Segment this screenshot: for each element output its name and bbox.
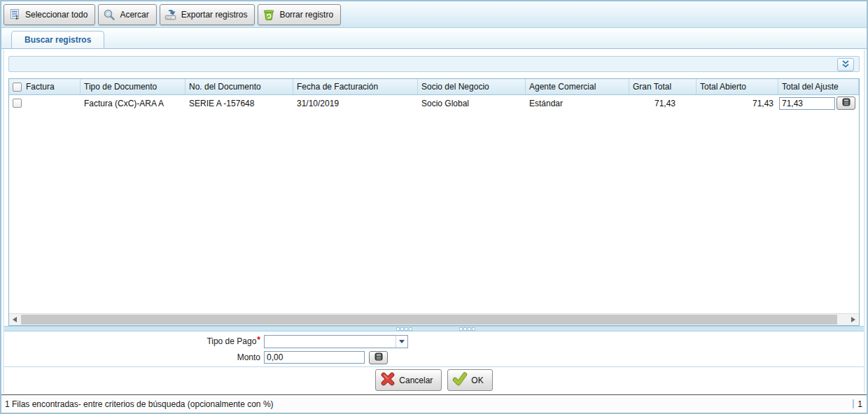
cell-fecha-facturacion: 31/10/2019 xyxy=(293,95,418,111)
chevron-double-down-icon xyxy=(841,59,850,71)
selected-value xyxy=(265,336,396,348)
column-header-label: No. del Documento xyxy=(189,82,261,92)
red-x-icon xyxy=(380,371,396,389)
column-header-socio-negocio[interactable]: Socio del Negocio xyxy=(418,79,526,94)
status-right: 1 xyxy=(853,399,867,409)
tab-label: Buscar registros xyxy=(24,35,91,45)
column-header-label: Total del Ajuste xyxy=(782,82,839,92)
cell-value: Estándar xyxy=(529,99,563,108)
payment-form: Tipo de Pago* Monto xyxy=(4,331,864,393)
dropdown-arrow-icon[interactable] xyxy=(396,336,407,348)
horizontal-splitter[interactable] xyxy=(4,326,864,331)
tab-buscar-registros[interactable]: Buscar registros xyxy=(11,31,104,48)
toolbar: Seleccionar todo Acercar Exportar regi xyxy=(1,1,867,28)
green-check-icon xyxy=(452,371,468,389)
expand-criteria-button[interactable] xyxy=(837,58,854,71)
status-bar: 1 Filas encontradas- entre criterios de … xyxy=(1,394,867,413)
row-select-checkbox[interactable] xyxy=(13,99,22,108)
content-area: Factura Tipo de Documento No. del Docume… xyxy=(3,50,865,393)
calculator-button[interactable] xyxy=(836,97,855,110)
monto-input[interactable] xyxy=(264,351,365,364)
cell-value: 71,43 xyxy=(654,99,676,108)
column-header-gran-total[interactable]: Gran Total xyxy=(629,79,696,94)
column-header-tipo-documento[interactable]: Tipo de Documento xyxy=(80,79,186,94)
export-disk-icon xyxy=(164,8,177,21)
results-grid: Factura Tipo de Documento No. del Docume… xyxy=(8,78,860,326)
scrollbar-thumb[interactable] xyxy=(21,315,837,324)
scroll-right-icon xyxy=(851,317,855,322)
cell-gran-total: 71,43 xyxy=(629,95,696,111)
scroll-right-button[interactable] xyxy=(848,314,859,325)
cancel-button[interactable]: Cancelar xyxy=(375,369,442,391)
search-records-window: Seleccionar todo Acercar Exportar regi xyxy=(0,0,868,414)
monto-calculator-button[interactable] xyxy=(369,351,388,364)
zoom-in-button[interactable]: Acercar xyxy=(98,4,156,25)
cell-total-abierto: 71,43 xyxy=(696,95,778,111)
splitter-grip[interactable] xyxy=(397,328,412,330)
status-message: 1 Filas encontradas- entre criterios de … xyxy=(1,399,853,409)
tipo-de-pago-row: Tipo de Pago* xyxy=(4,334,864,348)
cell-value: 71,43 xyxy=(752,99,774,108)
column-header-label: Fecha de Facturación xyxy=(297,82,378,92)
scroll-left-icon xyxy=(13,317,17,322)
cell-value: 31/10/2019 xyxy=(297,99,339,108)
column-header-total-abierto[interactable]: Total Abierto xyxy=(696,79,778,94)
ok-label: OK xyxy=(471,376,483,385)
column-header-label: Agente Comercial xyxy=(529,82,596,92)
cancel-label: Cancelar xyxy=(399,376,433,385)
magnifier-icon xyxy=(103,8,115,21)
cell-socio-negocio: Socio Global xyxy=(418,95,526,111)
total-ajuste-input[interactable] xyxy=(779,97,835,110)
green-trash-icon xyxy=(262,8,275,21)
column-header-fecha-facturacion[interactable]: Fecha de Facturación xyxy=(293,79,418,94)
select-all-button[interactable]: Seleccionar todo xyxy=(4,4,95,25)
cell-value: SERIE A -157648 xyxy=(189,99,254,108)
cell-total-ajuste xyxy=(778,95,859,111)
status-divider xyxy=(853,399,854,408)
monto-row: Monto xyxy=(4,350,864,364)
cell-agente-comercial: Estándar xyxy=(526,95,629,111)
table-row[interactable]: Factura (CxC)-ARA A SERIE A -157648 31/1… xyxy=(9,95,859,111)
monto-label: Monto xyxy=(4,352,260,362)
export-records-label: Exportar registros xyxy=(181,10,248,20)
horizontal-scrollbar[interactable] xyxy=(9,313,859,325)
cell-value: Factura (CxC)-ARA A xyxy=(84,99,164,108)
grid-header-row: Factura Tipo de Documento No. del Docume… xyxy=(9,79,859,95)
delete-record-label: Borrar registro xyxy=(279,10,333,20)
splitter-grip[interactable] xyxy=(460,328,475,330)
column-header-total-ajuste[interactable]: Total del Ajuste xyxy=(778,79,859,94)
select-all-rows-checkbox[interactable] xyxy=(13,83,22,92)
column-header-label: Tipo de Documento xyxy=(84,82,157,92)
export-records-button[interactable]: Exportar registros xyxy=(160,4,255,25)
column-header-label: Socio del Negocio xyxy=(421,82,489,92)
label-text: Tipo de Pago xyxy=(206,336,256,346)
column-header-agente-comercial[interactable]: Agente Comercial xyxy=(526,79,629,94)
tipo-de-pago-label: Tipo de Pago* xyxy=(4,336,260,346)
status-page-number: 1 xyxy=(858,399,862,409)
column-header-factura[interactable]: Factura xyxy=(9,79,80,94)
column-header-label: Factura xyxy=(26,82,55,92)
column-header-no-documento[interactable]: No. del Documento xyxy=(186,79,293,94)
required-marker: * xyxy=(257,335,260,345)
select-all-icon xyxy=(8,8,21,21)
calculator-icon xyxy=(374,352,383,363)
delete-record-button[interactable]: Borrar registro xyxy=(258,4,341,25)
column-header-label: Gran Total xyxy=(633,82,671,92)
scroll-left-button[interactable] xyxy=(9,314,20,325)
select-all-label: Seleccionar todo xyxy=(25,10,88,20)
calculator-icon xyxy=(842,98,850,108)
tab-strip: Buscar registros xyxy=(1,28,867,49)
row-select-cell xyxy=(9,95,80,111)
cell-no-documento: SERIE A -157648 xyxy=(186,95,293,111)
tipo-de-pago-select[interactable] xyxy=(264,335,408,348)
ok-button[interactable]: OK xyxy=(447,369,492,391)
label-text: Monto xyxy=(237,352,260,362)
search-criteria-panel xyxy=(8,56,860,72)
cell-value: Socio Global xyxy=(421,99,469,108)
confirm-panel: Cancelar OK xyxy=(4,366,864,394)
zoom-in-label: Acercar xyxy=(120,10,148,20)
cell-tipo-documento: Factura (CxC)-ARA A xyxy=(80,95,186,111)
column-header-label: Total Abierto xyxy=(700,82,746,92)
